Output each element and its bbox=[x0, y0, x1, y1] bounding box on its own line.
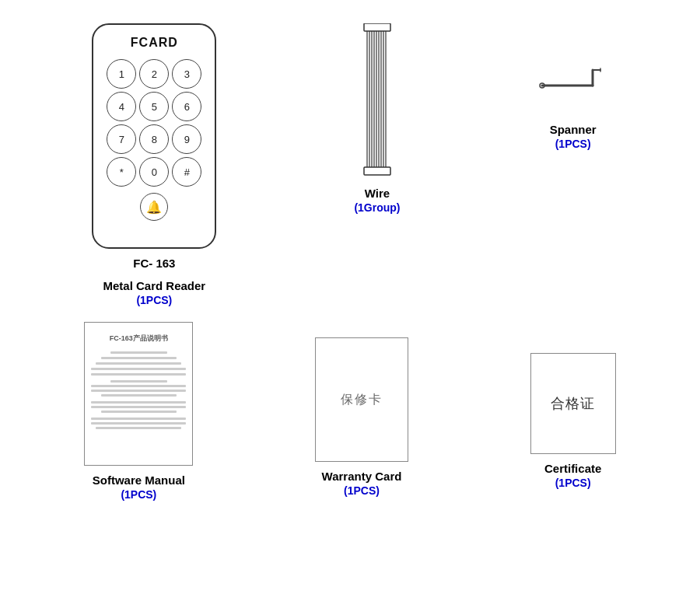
line-7 bbox=[91, 385, 186, 387]
line-4 bbox=[91, 368, 186, 370]
fcard-device: FCARD 1 2 3 4 5 6 7 8 9 * 0 # 🔔 bbox=[92, 23, 216, 249]
certificate-text-cn: 合格证 bbox=[551, 394, 595, 413]
certificate-qty: (1PCS) bbox=[555, 477, 591, 489]
line-11 bbox=[91, 406, 186, 408]
manual-item: FC-163产品说明书 bbox=[84, 322, 193, 501]
spanner-name: Spanner bbox=[550, 121, 597, 138]
certificate-card: 合格证 bbox=[530, 353, 616, 454]
bell-icon: 🔔 bbox=[146, 200, 162, 215]
line-1 bbox=[110, 351, 167, 354]
fcard-description: Metal Card Reader bbox=[103, 278, 205, 294]
manual-name: Software Manual bbox=[93, 472, 185, 488]
key-2: 2 bbox=[139, 59, 169, 89]
line-14 bbox=[91, 422, 186, 425]
line-12 bbox=[101, 411, 177, 413]
keypad: 1 2 3 4 5 6 7 8 9 * 0 # bbox=[107, 59, 201, 187]
svg-rect-0 bbox=[364, 23, 390, 31]
key-5: 5 bbox=[139, 92, 169, 121]
manual-group-3 bbox=[91, 418, 186, 429]
certificate-item: 合格证 Certificate (1PCS) bbox=[530, 353, 616, 489]
manual-title-cn: FC-163产品说明书 bbox=[110, 334, 168, 344]
spanner-qty: (1PCS) bbox=[555, 138, 591, 150]
key-6: 6 bbox=[172, 92, 201, 121]
manual-group-2 bbox=[91, 401, 186, 413]
key-4: 4 bbox=[107, 92, 136, 121]
line-6 bbox=[110, 380, 167, 383]
line-3 bbox=[96, 362, 181, 365]
fcard-brand: FCARD bbox=[131, 36, 178, 50]
fcard-qty: (1PCS) bbox=[136, 294, 172, 306]
line-10 bbox=[91, 401, 186, 404]
line-5 bbox=[91, 373, 186, 376]
warranty-qty: (1PCS) bbox=[344, 484, 380, 497]
fcard-model: FC- 163 bbox=[133, 255, 175, 271]
manual-book: FC-163产品说明书 bbox=[84, 322, 193, 466]
key-9: 9 bbox=[172, 124, 201, 154]
wire-svg bbox=[358, 23, 397, 179]
manual-group-1 bbox=[91, 380, 186, 397]
manual-qty: (1PCS) bbox=[121, 488, 156, 501]
svg-rect-10 bbox=[364, 167, 390, 175]
line-8 bbox=[91, 390, 186, 392]
fcard-item: FCARD 1 2 3 4 5 6 7 8 9 * 0 # 🔔 bbox=[92, 23, 216, 306]
warranty-item: 保修卡 Warranty Card (1PCS) bbox=[315, 337, 408, 497]
warranty-name: Warranty Card bbox=[322, 468, 402, 484]
key-0: 0 bbox=[139, 157, 169, 187]
key-3: 3 bbox=[172, 59, 201, 89]
certificate-name: Certificate bbox=[544, 460, 601, 477]
key-hash: # bbox=[172, 157, 201, 187]
key-star: * bbox=[107, 157, 136, 187]
bell-button: 🔔 bbox=[140, 193, 168, 221]
spanner-container bbox=[538, 62, 608, 109]
line-2 bbox=[101, 357, 177, 359]
wire-name: Wire bbox=[365, 185, 390, 201]
key-1: 1 bbox=[107, 59, 136, 89]
line-13 bbox=[91, 418, 186, 420]
wire-container bbox=[354, 23, 401, 179]
wire-qty: (1Group) bbox=[354, 201, 400, 214]
wire-item: Wire (1Group) bbox=[354, 23, 401, 214]
warranty-card: 保修卡 bbox=[315, 337, 408, 462]
spanner-svg bbox=[538, 62, 608, 101]
spanner-item: Spanner (1PCS) bbox=[538, 23, 608, 150]
key-7: 7 bbox=[107, 124, 136, 154]
manual-content-lines bbox=[91, 351, 186, 376]
warranty-text-cn: 保修卡 bbox=[341, 392, 383, 408]
line-9 bbox=[101, 394, 177, 397]
line-15 bbox=[96, 427, 181, 429]
key-8: 8 bbox=[139, 124, 169, 154]
